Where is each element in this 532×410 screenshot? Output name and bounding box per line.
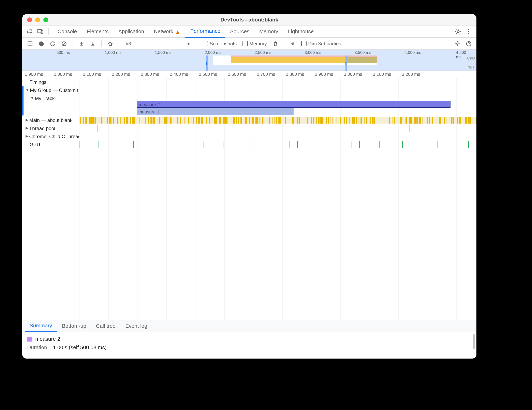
profile-selector[interactable]: #3 ▾: [123, 41, 193, 46]
disclosure-triangle-icon[interactable]: ▶: [26, 134, 28, 138]
tab-network[interactable]: Network ▲: [149, 25, 185, 37]
screenshots-checkbox[interactable]: Screenshots: [200, 41, 239, 46]
svg-point-5: [468, 31, 469, 32]
collapse-icon[interactable]: [287, 38, 298, 49]
track-main[interactable]: ▶Main — about:blank: [22, 116, 476, 124]
track-threadpool[interactable]: ▶Thread pool: [22, 124, 476, 132]
summary-duration-value: 1.00 s (self 500.08 ms): [53, 344, 106, 350]
window-title: DevTools - about:blank: [22, 17, 476, 23]
devtools-window: DevTools - about:blank Console Elements …: [22, 14, 476, 359]
dropdown-icon: ▾: [187, 41, 190, 46]
clear-icon[interactable]: [59, 38, 69, 49]
memory-checkbox[interactable]: Memory: [240, 41, 269, 46]
tab-lighthouse[interactable]: Lighthouse: [283, 25, 319, 37]
gc-icon[interactable]: [270, 38, 281, 49]
track-threadpool-label: Thread pool: [29, 126, 55, 131]
scrollbar-indicator[interactable]: [473, 334, 475, 349]
measure-1-bar[interactable]: measure 1: [137, 108, 294, 115]
zoom-window-button[interactable]: [43, 17, 48, 22]
panel-tabstrip: Console Elements Application Network ▲ P…: [22, 26, 476, 38]
track-gpu[interactable]: GPU: [22, 141, 476, 149]
svg-point-3: [457, 30, 459, 32]
warning-icon: ▲: [175, 28, 180, 35]
flamechart-ruler[interactable]: 1,900 ms2,000 ms2,100 ms2,200 ms2,300 ms…: [22, 71, 476, 78]
summary-event-name: measure 2: [35, 336, 60, 342]
home-icon[interactable]: [105, 38, 115, 49]
summary-panel: measure 2 Duration 1.00 s (self 500.08 m…: [22, 332, 476, 359]
track-mytrack-label: My Track: [35, 96, 55, 101]
track-timings-label: Timings: [22, 78, 79, 86]
tab-calltree[interactable]: Call tree: [91, 320, 120, 332]
window-controls: [27, 17, 48, 22]
download-icon[interactable]: [88, 38, 98, 49]
track-gpu-label: GPU: [22, 141, 79, 149]
disclosure-triangle-icon[interactable]: ▶: [26, 126, 28, 130]
tab-network-label: Network: [154, 28, 173, 35]
tab-eventlog[interactable]: Event log: [120, 320, 152, 332]
dim-checkbox[interactable]: Dim 3rd parties: [299, 41, 344, 46]
performance-toolbar: #3 ▾ Screenshots Memory Dim 3rd parties: [22, 38, 476, 50]
reload-record-icon[interactable]: [48, 38, 58, 49]
disclosure-triangle-icon[interactable]: ▼: [26, 88, 29, 92]
svg-point-6: [468, 33, 469, 34]
overview-net-label: NET: [467, 65, 475, 69]
tab-application[interactable]: Application: [114, 25, 149, 37]
track-childio-label: Chrome_ChildIOThread: [29, 134, 79, 139]
track-mygroup[interactable]: ▼My Group — Custom track: [22, 86, 476, 94]
details-tabstrip: Summary Bottom-up Call tree Event log: [22, 320, 476, 332]
track-group-label: My Group — Custom track: [30, 88, 79, 93]
tab-console[interactable]: Console: [53, 25, 82, 37]
titlebar: DevTools - about:blank: [22, 14, 476, 26]
toggle-record-shortcuts-icon[interactable]: [25, 38, 35, 49]
inspect-icon[interactable]: [25, 26, 35, 37]
tab-sources[interactable]: Sources: [225, 25, 254, 37]
help-icon[interactable]: [464, 38, 474, 49]
tab-summary[interactable]: Summary: [25, 320, 57, 332]
flamechart-area[interactable]: Timings ▼My Group — Custom track ▼My Tra…: [22, 78, 476, 320]
track-timings[interactable]: Timings: [22, 78, 476, 86]
tab-memory[interactable]: Memory: [254, 25, 283, 37]
close-window-button[interactable]: [27, 17, 32, 22]
track-childio[interactable]: ▶Chrome_ChildIOThread: [22, 132, 476, 141]
overview-viewport[interactable]: [206, 55, 347, 71]
svg-point-4: [468, 29, 469, 30]
minimize-window-button[interactable]: [35, 17, 40, 22]
device-toolbar-icon[interactable]: [35, 26, 46, 37]
profile-name: #3: [126, 41, 131, 46]
more-icon[interactable]: [464, 26, 474, 37]
settings-icon[interactable]: [453, 26, 464, 37]
tab-bottomup[interactable]: Bottom-up: [57, 320, 91, 332]
timeline-overview[interactable]: 500 ms1,000 ms1,500 ms2,000 ms2,500 ms3,…: [22, 50, 476, 71]
track-mytrack[interactable]: ▼My Track measure 2measure 1: [22, 94, 476, 116]
tab-performance[interactable]: Performance: [185, 25, 225, 37]
tab-elements[interactable]: Elements: [82, 25, 113, 37]
measure-2-bar[interactable]: measure 2: [137, 101, 450, 108]
upload-icon[interactable]: [76, 38, 87, 49]
summary-duration-label: Duration: [27, 344, 47, 350]
disclosure-triangle-icon[interactable]: ▶: [26, 118, 28, 122]
svg-point-11: [456, 43, 458, 44]
record-icon[interactable]: [36, 38, 47, 49]
capture-settings-icon[interactable]: [452, 38, 463, 49]
track-main-label: Main — about:blank: [29, 118, 72, 123]
overview-cpu-label: CPU: [467, 56, 475, 60]
event-color-swatch: [27, 337, 32, 341]
disclosure-triangle-icon[interactable]: ▼: [30, 96, 34, 100]
